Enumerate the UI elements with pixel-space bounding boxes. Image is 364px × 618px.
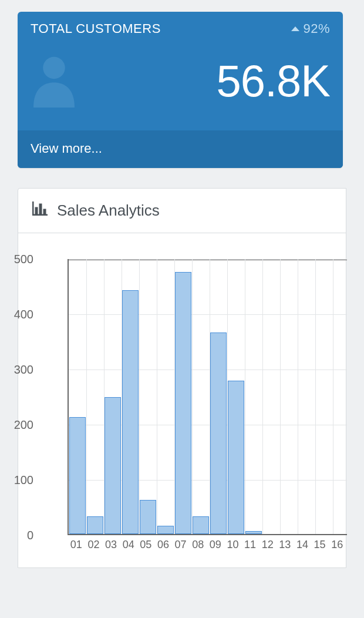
sales-bar-chart: 0100200300400500 01020304050607080910111…	[68, 259, 346, 551]
x-tick-label: 03	[102, 539, 120, 551]
view-more-link[interactable]: View more...	[31, 141, 102, 156]
y-tick-label: 0	[4, 529, 33, 542]
bar	[69, 417, 86, 534]
bar	[87, 516, 103, 534]
chart-container: 0100200300400500 01020304050607080910111…	[18, 233, 346, 567]
svg-point-0	[43, 57, 65, 79]
bar	[245, 531, 262, 534]
panel-header: Sales Analytics	[18, 189, 346, 233]
x-tick-label: 05	[137, 539, 155, 551]
x-tick-label: 08	[189, 539, 207, 551]
x-tick-label: 09	[207, 539, 224, 551]
bar	[140, 500, 156, 534]
bar-slot	[139, 259, 157, 534]
total-customers-card: TOTAL CUSTOMERS 92% 56.8K View more...	[18, 12, 343, 168]
svg-rect-1	[32, 201, 33, 216]
bar	[122, 290, 139, 534]
x-tick-label: 11	[241, 539, 259, 551]
user-icon	[31, 54, 77, 108]
bar-slot	[86, 259, 104, 534]
bar-slot	[298, 259, 315, 534]
card-title: TOTAL CUSTOMERS	[31, 21, 161, 36]
x-tick-label: 06	[154, 539, 172, 551]
y-tick-label: 200	[4, 418, 33, 432]
card-header: TOTAL CUSTOMERS 92%	[18, 12, 343, 40]
bar	[157, 526, 174, 534]
bar-slot	[122, 259, 139, 534]
bar-slot	[192, 259, 210, 534]
x-tick-label: 07	[172, 539, 190, 551]
bar	[193, 516, 209, 534]
bar	[228, 381, 244, 534]
bar-slot	[315, 259, 333, 534]
card-percent: 92%	[291, 21, 330, 36]
x-tick-label: 16	[328, 539, 346, 551]
caret-up-icon	[291, 26, 299, 31]
sales-analytics-panel: Sales Analytics 0100200300400500 0102030…	[18, 188, 346, 568]
bar-slot	[69, 259, 86, 534]
bar-slot	[262, 259, 280, 534]
x-tick-label: 15	[311, 539, 329, 551]
bar	[175, 272, 191, 535]
card-footer: View more...	[18, 130, 343, 168]
bar	[210, 332, 227, 534]
bar	[105, 397, 121, 534]
bar-slot	[227, 259, 245, 534]
bar-slot	[210, 259, 227, 534]
x-tick-label: 10	[224, 539, 242, 551]
x-tick-label: 13	[277, 539, 294, 551]
bar-slot	[280, 259, 298, 534]
y-tick-label: 100	[4, 473, 33, 487]
card-body: 56.8K	[18, 40, 343, 130]
svg-rect-5	[43, 209, 46, 214]
bar-chart-icon	[32, 201, 48, 220]
y-tick-label: 500	[4, 253, 33, 266]
bar-slot	[333, 259, 347, 534]
panel-title: Sales Analytics	[57, 201, 160, 220]
x-tick-label: 04	[120, 539, 137, 551]
bar-slot	[104, 259, 122, 534]
y-tick-label: 400	[4, 308, 33, 321]
svg-rect-4	[39, 204, 42, 214]
x-tick-label: 01	[68, 539, 85, 551]
card-percent-value: 92%	[303, 21, 330, 36]
y-tick-label: 300	[4, 363, 33, 377]
bar-slot	[174, 259, 192, 534]
x-tick-label: 12	[259, 539, 277, 551]
bar-slot	[157, 259, 174, 534]
bar-slot	[245, 259, 262, 534]
card-value: 56.8K	[216, 59, 330, 103]
svg-rect-3	[35, 207, 38, 214]
x-tick-label: 02	[85, 539, 103, 551]
x-tick-label: 14	[294, 539, 311, 551]
